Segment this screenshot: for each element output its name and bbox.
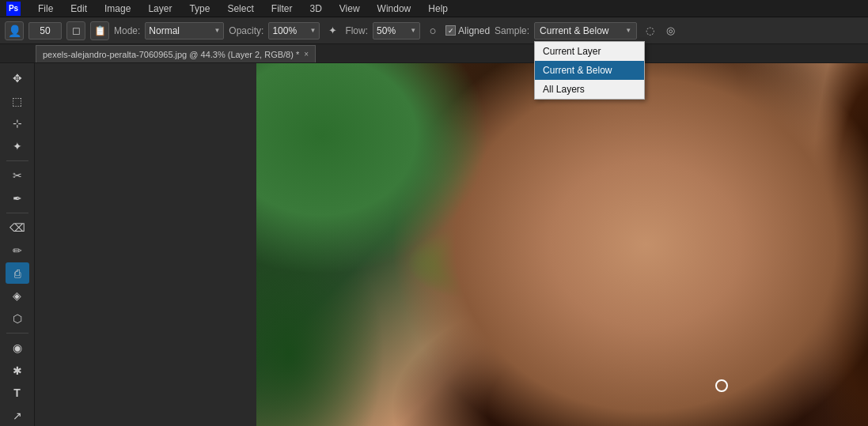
tool-divider-2	[6, 213, 28, 213]
menu-help[interactable]: Help	[425, 2, 451, 16]
tab-close-button[interactable]: ×	[304, 50, 309, 58]
tool-divider-3	[6, 333, 28, 334]
brush-size-field[interactable]: 50	[28, 22, 62, 40]
sample-label: Sample:	[495, 25, 529, 36]
menu-file[interactable]: File	[35, 2, 56, 16]
extra-settings-icon[interactable]: ◎	[662, 23, 678, 39]
menu-edit[interactable]: Edit	[67, 2, 90, 16]
flow-select[interactable]: 50% ▼	[373, 22, 420, 40]
aligned-label: Aligned	[458, 25, 490, 36]
menu-image[interactable]: Image	[101, 2, 134, 16]
sample-dropdown-arrow: ▼	[625, 27, 631, 34]
sample-option-current-below[interactable]: Current & Below	[535, 61, 644, 80]
canvas-area	[35, 63, 868, 426]
menu-layer[interactable]: Layer	[145, 2, 175, 16]
move-tool-button[interactable]: ✥	[6, 68, 29, 89]
tools-panel: ✥ ⬚ ⊹ ✦ ✂ ✒ ⌫ ✏ ⎙ ◈ ⬡ ◉ ✱ T ↗	[0, 63, 35, 426]
canvas-left-dark	[35, 63, 256, 426]
tab-bar: pexels-alejandro-peralta-7060965.jpg @ 4…	[0, 44, 868, 63]
tool-divider-1	[6, 160, 28, 161]
spot-heal-button[interactable]: ⌫	[6, 217, 29, 239]
dodge-button[interactable]: ◉	[6, 337, 29, 359]
opacity-pressure-icon[interactable]: ✦	[324, 23, 340, 39]
menu-window[interactable]: Window	[374, 2, 415, 16]
options-bar: 👤 50 ◻ 📋 Mode: Normal ▼ Opacity: 100% ▼ …	[0, 17, 868, 44]
magic-wand-button[interactable]: ✦	[6, 136, 29, 157]
aligned-checkbox[interactable]: ✓ Aligned	[445, 25, 490, 36]
menu-filter[interactable]: Filter	[268, 2, 296, 16]
sample-option-current-layer[interactable]: Current Layer	[535, 42, 644, 61]
crop-tool-button[interactable]: ✂	[6, 165, 29, 187]
clone-stamp-button[interactable]: ⎙	[6, 262, 29, 284]
menu-view[interactable]: View	[336, 2, 363, 16]
clone-overlay-button[interactable]: 📋	[90, 21, 109, 40]
mode-select[interactable]: Normal ▼	[145, 22, 224, 40]
sample-dropdown-menu: Current Layer Current & Below All Layers	[534, 41, 645, 100]
airbrush-icon[interactable]: ○	[425, 23, 441, 39]
pen-button[interactable]: ✱	[6, 360, 29, 381]
brush-preset-button[interactable]: ◻	[66, 21, 85, 40]
tool-preset-picker[interactable]: 👤	[5, 21, 24, 40]
document-tab[interactable]: pexels-alejandro-peralta-7060965.jpg @ 4…	[36, 45, 316, 62]
menu-type[interactable]: Type	[186, 2, 213, 16]
aligned-checkbox-box[interactable]: ✓	[445, 25, 456, 36]
lasso-tool-button[interactable]: ⊹	[6, 113, 29, 134]
marquee-tool-button[interactable]: ⬚	[6, 91, 29, 112]
eraser-button[interactable]: ◈	[6, 285, 29, 307]
tab-filename: pexels-alejandro-peralta-7060965.jpg @ 4…	[43, 50, 299, 59]
sample-dropdown-wrapper: Current & Below ▼ Current Layer Current …	[534, 22, 637, 40]
flow-label: Flow:	[345, 25, 368, 36]
opacity-label: Opacity:	[229, 25, 263, 36]
mode-label: Mode:	[114, 25, 140, 36]
main-area: ✥ ⬚ ⊹ ✦ ✂ ✒ ⌫ ✏ ⎙ ◈ ⬡ ◉ ✱ T ↗	[0, 63, 868, 426]
menu-3d[interactable]: 3D	[306, 2, 324, 16]
menu-bar: Ps File Edit Image Layer Type Select Fil…	[0, 0, 868, 17]
sample-select-value: Current & Below	[540, 25, 608, 36]
document-image	[256, 63, 868, 426]
type-button[interactable]: T	[6, 383, 29, 404]
sample-option-all-layers[interactable]: All Layers	[535, 80, 644, 99]
menu-select[interactable]: Select	[224, 2, 256, 16]
photo-simulation	[256, 63, 868, 426]
ignore-adj-icon[interactable]: ◌	[642, 23, 658, 39]
opacity-select[interactable]: 100% ▼	[268, 22, 320, 40]
path-select-button[interactable]: ↗	[6, 405, 29, 426]
sample-select[interactable]: Current & Below ▼	[534, 22, 637, 40]
ps-logo: Ps	[6, 2, 21, 16]
gradient-button[interactable]: ⬡	[6, 307, 29, 329]
eyedropper-button[interactable]: ✒	[6, 188, 29, 209]
brush-button[interactable]: ✏	[6, 240, 29, 262]
